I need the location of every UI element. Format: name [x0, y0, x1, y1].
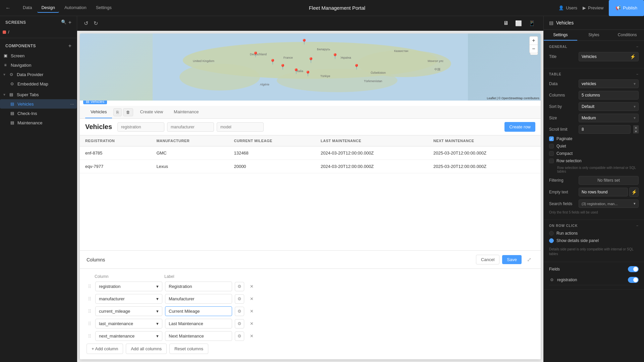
- mobile-view-button[interactable]: 📱: [526, 19, 538, 28]
- sidebar-item-check-ins[interactable]: ▤ Check-Ins: [0, 109, 77, 118]
- drag-handle-4[interactable]: ⠿: [87, 334, 93, 339]
- col-select-1[interactable]: manufacturer ▾: [95, 294, 162, 304]
- drag-handle-3[interactable]: ⠿: [87, 321, 93, 326]
- col-label-input-1[interactable]: [165, 294, 232, 304]
- compact-checkbox[interactable]: [549, 151, 554, 156]
- tablet-view-button[interactable]: ⬜: [513, 19, 525, 28]
- tab-copy-button[interactable]: ⎘: [113, 108, 122, 116]
- sidebar-item-navigation[interactable]: ≡ Navigation: [0, 60, 77, 70]
- columns-field-select[interactable]: 5 columns: [579, 91, 639, 100]
- right-tab-settings[interactable]: Settings: [544, 30, 577, 41]
- redo-button[interactable]: ↻: [92, 19, 99, 28]
- create-row-button[interactable]: Create row: [504, 122, 535, 132]
- col-label-input-2[interactable]: [165, 306, 232, 316]
- col-settings-btn-4[interactable]: ⚙: [235, 331, 244, 341]
- col-settings-btn-0[interactable]: ⚙: [235, 282, 244, 291]
- drag-handle-2[interactable]: ⠿: [87, 309, 93, 314]
- col-select-4[interactable]: next_maintenance ▾: [95, 331, 162, 341]
- sidebar-item-vehicles[interactable]: ▤ Vehicles ···: [0, 99, 77, 109]
- tab-vehicles[interactable]: Vehicles: [85, 106, 112, 118]
- scroll-limit-input[interactable]: 8: [579, 125, 631, 134]
- tab-data[interactable]: Data: [19, 3, 36, 13]
- col-settings-btn-2[interactable]: ⚙: [235, 307, 244, 316]
- sidebar-item-data-provider[interactable]: ▼ ⊙ Data Provider: [0, 70, 77, 79]
- tab-maintenance[interactable]: Maintenance: [168, 106, 204, 118]
- col-label-input-4[interactable]: [165, 331, 232, 341]
- scroll-limit-decrement[interactable]: ▼: [633, 129, 639, 133]
- col-select-2[interactable]: current_mileage ▾: [95, 306, 162, 316]
- search-fields-select[interactable]: (3) registration, man... ▾: [579, 199, 639, 208]
- col-remove-btn-0[interactable]: ✕: [247, 282, 256, 291]
- col-settings-btn-3[interactable]: ⚙: [235, 319, 244, 328]
- publish-button[interactable]: 📢 Publish: [609, 0, 644, 16]
- title-field-input[interactable]: Vehicles ⚡: [579, 52, 639, 61]
- desktop-view-button[interactable]: 🖥: [500, 19, 511, 28]
- filtering-button[interactable]: No filters set: [579, 176, 639, 185]
- search-model-input[interactable]: [217, 122, 264, 132]
- search-registration-input[interactable]: [117, 122, 164, 132]
- add-all-columns-button[interactable]: Add all columns: [126, 344, 167, 354]
- zoom-in-button[interactable]: +: [530, 37, 538, 45]
- tab-create-view[interactable]: Create view: [135, 106, 168, 118]
- col-settings-btn-1[interactable]: ⚙: [235, 294, 244, 304]
- size-field-select[interactable]: Medium ▾: [579, 114, 639, 122]
- sidebar-item-embedded-map[interactable]: ⊙ Embedded Map: [0, 79, 77, 88]
- col-select-3[interactable]: last_maintenance ▾: [95, 319, 162, 328]
- columns-cancel-button[interactable]: Cancel: [476, 255, 499, 264]
- on-row-click-collapse-button[interactable]: −: [636, 224, 639, 228]
- columns-save-button[interactable]: Save: [502, 255, 522, 264]
- table-row[interactable]: eqv-7977 Lexus 20000 2024-03-20T12:00:00…: [80, 160, 541, 173]
- show-details-radio[interactable]: [549, 238, 554, 243]
- table-row[interactable]: enf-8785 GMC 132468 2024-03-20T12:00:00.…: [80, 146, 541, 160]
- sidebar-item-screen[interactable]: ▣ Screen: [0, 51, 77, 60]
- col-label-input-3[interactable]: [165, 319, 232, 328]
- back-button[interactable]: ←: [5, 5, 11, 11]
- reset-columns-button[interactable]: Reset columns: [169, 344, 208, 354]
- search-icon[interactable]: 🔍: [61, 19, 66, 25]
- col-select-0[interactable]: registration ▾: [95, 282, 162, 291]
- search-manufacturer-input[interactable]: [167, 122, 214, 132]
- table-collapse-button[interactable]: −: [636, 72, 639, 76]
- quiet-checkbox[interactable]: [549, 144, 554, 148]
- undo-button[interactable]: ↺: [83, 19, 90, 28]
- users-button[interactable]: 👤 Users: [558, 5, 577, 10]
- preview-button[interactable]: ▶ Preview: [583, 5, 603, 10]
- col-remove-btn-2[interactable]: ✕: [247, 307, 256, 316]
- paginate-checkbox[interactable]: [549, 136, 554, 141]
- run-actions-radio[interactable]: [549, 231, 554, 236]
- right-tab-conditions[interactable]: Conditions: [610, 30, 644, 41]
- general-collapse-button[interactable]: −: [636, 45, 639, 49]
- lightning-icon[interactable]: ⚡: [630, 54, 636, 59]
- col-remove-btn-3[interactable]: ✕: [247, 319, 256, 328]
- filtering-label: Filtering: [549, 178, 576, 183]
- screen-item-root[interactable]: /: [0, 27, 77, 37]
- col-remove-btn-4[interactable]: ✕: [247, 331, 256, 341]
- sidebar-item-super-tabs[interactable]: ▼ ▤ Super Tabs: [0, 90, 77, 99]
- tab-design[interactable]: Design: [37, 3, 59, 13]
- drag-handle-0[interactable]: ⠿: [87, 284, 93, 289]
- add-component-icon[interactable]: +: [68, 43, 71, 49]
- empty-text-input[interactable]: No rows found: [579, 188, 628, 196]
- row-selection-row: Row selection: [549, 159, 639, 163]
- field-registration-toggle[interactable]: [628, 277, 639, 283]
- add-screen-icon[interactable]: +: [68, 19, 71, 25]
- row-selection-checkbox[interactable]: [549, 159, 554, 163]
- fields-toggle[interactable]: [628, 266, 639, 272]
- scroll-limit-increment[interactable]: ▲: [633, 125, 639, 129]
- col-label-input-0[interactable]: [165, 282, 232, 291]
- col-remove-btn-1[interactable]: ✕: [247, 294, 256, 304]
- sidebar-item-maintenance[interactable]: ▤ Maintenance: [0, 118, 77, 127]
- zoom-out-button[interactable]: −: [530, 45, 538, 53]
- tab-delete-button[interactable]: 🗑: [123, 108, 133, 116]
- tab-settings[interactable]: Settings: [92, 3, 116, 13]
- sort-by-field-select[interactable]: Default ▾: [579, 102, 639, 111]
- right-tab-styles[interactable]: Styles: [577, 30, 611, 41]
- drag-handle-1[interactable]: ⠿: [87, 296, 93, 302]
- empty-text-field-row: Empty text No rows found ⚡: [549, 187, 639, 197]
- add-column-button[interactable]: + Add column: [87, 344, 123, 354]
- tab-automation[interactable]: Automation: [60, 3, 91, 13]
- data-field-select[interactable]: vehicles ▾: [579, 79, 639, 88]
- columns-expand-button[interactable]: ⤢: [524, 255, 534, 264]
- empty-text-lightning-button[interactable]: ⚡: [629, 187, 639, 197]
- vehicles-options-icon[interactable]: ···: [70, 101, 74, 107]
